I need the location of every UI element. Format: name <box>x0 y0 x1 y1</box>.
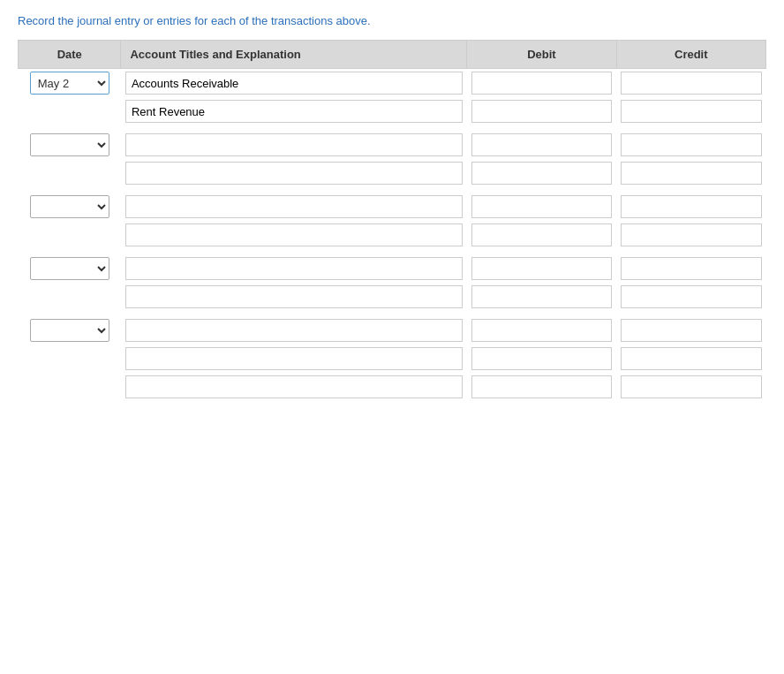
debit-input[interactable] <box>471 72 612 95</box>
debit-input[interactable] <box>471 195 612 218</box>
debit-input[interactable] <box>471 285 612 308</box>
credit-input[interactable] <box>621 319 761 342</box>
account-input[interactable] <box>125 257 463 280</box>
debit-input[interactable] <box>471 223 612 246</box>
table-row: May 2May 3May 4May 5May 6May 7May 8May 9… <box>19 69 766 98</box>
debit-input[interactable] <box>471 319 612 342</box>
journal-table: Date Account Titles and Explanation Debi… <box>18 40 766 401</box>
table-row: May 2May 3May 4May 5May 6May 7May 8May 9… <box>19 193 766 221</box>
account-input[interactable] <box>125 347 463 370</box>
table-header-row: Date Account Titles and Explanation Debi… <box>19 41 766 69</box>
debit-input[interactable] <box>471 347 612 370</box>
credit-input[interactable] <box>621 375 761 398</box>
debit-input[interactable] <box>471 375 612 398</box>
table-row <box>19 221 766 249</box>
page-container: Record the journal entry or entries for … <box>0 0 784 415</box>
debit-input[interactable] <box>471 133 612 156</box>
credit-input[interactable] <box>621 347 761 370</box>
table-row: May 2May 3May 4May 5May 6May 7May 8May 9… <box>19 131 766 159</box>
account-input[interactable] <box>125 133 463 156</box>
header-date: Date <box>19 41 121 69</box>
date-select[interactable]: May 2May 3May 4May 5May 6May 7May 8May 9… <box>30 72 109 95</box>
table-row <box>19 159 766 187</box>
account-input[interactable] <box>125 100 463 123</box>
account-input[interactable] <box>125 319 463 342</box>
debit-input[interactable] <box>471 162 612 185</box>
table-row: May 2May 3May 4May 5May 6May 7May 8May 9… <box>19 316 766 345</box>
account-input[interactable] <box>125 162 463 185</box>
date-select[interactable]: May 2May 3May 4May 5May 6May 7May 8May 9… <box>30 133 109 156</box>
table-row <box>19 283 766 311</box>
table-row: May 2May 3May 4May 5May 6May 7May 8May 9… <box>19 254 766 283</box>
header-credit: Credit <box>616 41 765 69</box>
table-row <box>19 373 766 401</box>
header-debit: Debit <box>467 41 616 69</box>
instruction-text: Record the journal entry or entries for … <box>18 14 766 27</box>
credit-input[interactable] <box>621 195 761 218</box>
date-select[interactable]: May 2May 3May 4May 5May 6May 7May 8May 9… <box>30 257 109 280</box>
account-input[interactable] <box>125 72 463 95</box>
credit-input[interactable] <box>621 133 761 156</box>
date-select[interactable]: May 2May 3May 4May 5May 6May 7May 8May 9… <box>30 319 109 342</box>
credit-input[interactable] <box>621 100 761 123</box>
account-input[interactable] <box>125 285 463 308</box>
date-select[interactable]: May 2May 3May 4May 5May 6May 7May 8May 9… <box>30 195 109 218</box>
credit-input[interactable] <box>621 162 761 185</box>
table-row <box>19 345 766 373</box>
debit-input[interactable] <box>471 100 612 123</box>
account-input[interactable] <box>125 195 463 218</box>
table-row <box>19 97 766 125</box>
credit-input[interactable] <box>621 257 761 280</box>
header-account: Account Titles and Explanation <box>121 41 467 69</box>
account-input[interactable] <box>125 223 463 246</box>
account-input[interactable] <box>125 375 463 398</box>
credit-input[interactable] <box>621 223 761 246</box>
credit-input[interactable] <box>621 285 761 308</box>
credit-input[interactable] <box>621 72 761 95</box>
debit-input[interactable] <box>471 257 612 280</box>
